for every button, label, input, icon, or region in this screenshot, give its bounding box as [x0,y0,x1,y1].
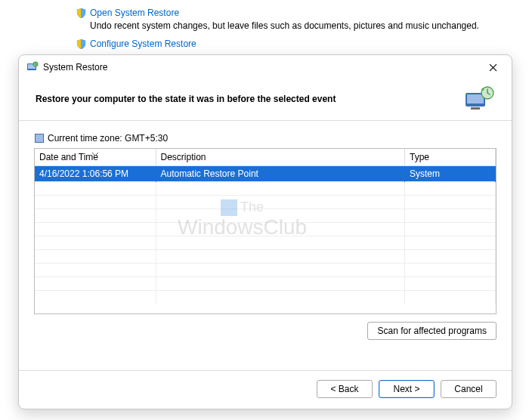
back-button[interactable]: < Back [317,380,373,398]
cell-desc: Automatic Restore Point [156,166,405,182]
timezone-label: Current time zone: GMT+5:30 [48,133,168,144]
globe-icon [34,133,45,144]
table-row[interactable]: 4/16/2022 1:06:56 PM Automatic Restore P… [35,166,496,182]
shield-icon [76,8,87,19]
table-row-empty [35,223,496,236]
system-restore-dialog: System Restore Restore your computer to … [18,54,512,409]
col-date-time-label: Date and Time [39,152,98,162]
close-button[interactable] [475,56,510,79]
close-icon [489,63,497,72]
cancel-button[interactable]: Cancel [441,380,497,398]
col-description-label: Description [161,152,206,162]
background-content: Open System Restore Undo recent system c… [0,0,529,50]
open-system-restore-link[interactable]: Open System Restore [90,8,179,18]
table-row-empty [35,182,496,196]
dialog-title: System Restore [43,62,107,73]
dialog-footer: < Back Next > Cancel [19,370,512,409]
col-description[interactable]: Description [156,149,405,166]
table-row-empty [35,250,496,264]
sort-chevron-icon [92,148,98,159]
system-restore-icon [26,61,39,73]
timezone-row: Current time zone: GMT+5:30 [34,133,497,144]
configure-system-restore-link[interactable]: Configure System Restore [90,39,196,49]
svg-rect-8 [36,134,43,142]
next-button[interactable]: Next > [379,380,435,398]
open-system-restore-desc: Undo recent system changes, but leave fi… [90,20,529,31]
titlebar[interactable]: System Restore [19,55,512,79]
col-date-time[interactable]: Date and Time [35,149,156,166]
scan-affected-programs-button[interactable]: Scan for affected programs [367,322,497,340]
cell-date: 4/16/2022 1:06:56 PM [35,166,156,182]
cell-type: System [405,166,496,182]
restore-wizard-icon [463,85,495,113]
restore-points-table[interactable]: Date and Time Description Type 4/16/2022… [34,148,497,314]
table-row-empty [35,236,496,250]
dialog-heading: Restore your computer to the state it wa… [36,94,336,104]
svg-rect-5 [471,107,480,110]
svg-rect-4 [467,94,484,103]
col-type[interactable]: Type [405,149,496,166]
table-row-empty [35,264,496,277]
table-row-empty [35,209,496,223]
dialog-content: Current time zone: GMT+5:30 Date and Tim… [19,120,512,370]
heading-row: Restore your computer to the state it wa… [19,79,512,120]
table-row-empty [35,277,496,291]
col-type-label: Type [410,152,429,162]
shield-icon [76,39,87,50]
table-row-empty [35,291,496,304]
table-row-empty [35,196,496,209]
